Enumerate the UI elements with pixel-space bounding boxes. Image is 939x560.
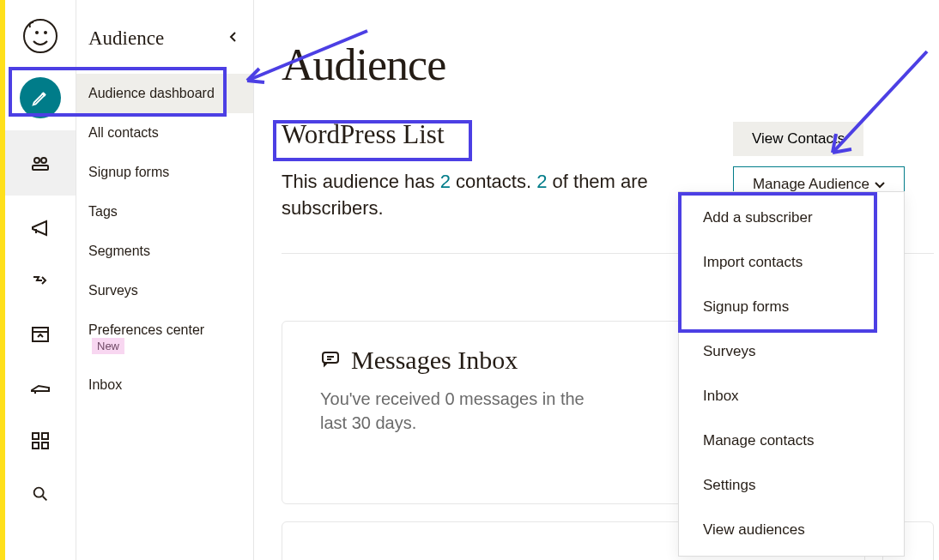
page-title: Audience bbox=[282, 39, 939, 90]
subscribers-count: 2 bbox=[536, 171, 547, 192]
primary-nav-rail bbox=[5, 0, 76, 560]
audience-summary: This audience has 2 contacts. 2 of them … bbox=[282, 169, 651, 222]
inbox-body: You've received 0 messages in the last 3… bbox=[320, 387, 595, 435]
button-label: Manage Audience bbox=[753, 176, 869, 193]
svg-point-1 bbox=[35, 31, 39, 34]
manage-audience-dropdown: Add a subscriber Import contacts Signup … bbox=[678, 191, 905, 557]
subnav-item-label: Preferences center bbox=[88, 322, 204, 337]
svg-point-4 bbox=[41, 158, 46, 163]
svg-rect-5 bbox=[33, 166, 48, 170]
dd-view-audiences[interactable]: View audiences bbox=[679, 508, 904, 552]
contacts-count: 2 bbox=[440, 171, 451, 192]
nav-website-icon[interactable] bbox=[20, 314, 61, 355]
svg-rect-10 bbox=[42, 443, 48, 449]
subnav-segments[interactable]: Segments bbox=[76, 232, 253, 271]
subnav-signup-forms[interactable]: Signup forms bbox=[76, 153, 253, 192]
dd-add-subscriber[interactable]: Add a subscriber bbox=[679, 196, 904, 240]
nav-campaigns-icon[interactable] bbox=[20, 208, 61, 249]
svg-point-11 bbox=[34, 488, 44, 497]
svg-rect-8 bbox=[42, 433, 48, 439]
subnav-title: Audience bbox=[88, 27, 164, 50]
subnav-surveys[interactable]: Surveys bbox=[76, 271, 253, 310]
chevron-down-icon bbox=[875, 176, 885, 193]
inbox-title: Messages Inbox bbox=[351, 346, 518, 375]
svg-point-3 bbox=[34, 158, 39, 163]
subnav-all-contacts[interactable]: All contacts bbox=[76, 113, 253, 153]
nav-audience-wrapper bbox=[5, 130, 76, 196]
nav-automations-icon[interactable] bbox=[20, 261, 61, 302]
summary-text: This audience has bbox=[282, 171, 440, 192]
nav-integrations-icon[interactable] bbox=[20, 420, 61, 461]
collapse-icon[interactable] bbox=[229, 31, 238, 46]
svg-rect-9 bbox=[33, 443, 39, 449]
new-badge: New bbox=[92, 338, 124, 354]
nav-search-icon[interactable] bbox=[20, 473, 61, 515]
nav-audience-icon[interactable] bbox=[20, 142, 61, 184]
subnav-audience-dashboard[interactable]: Audience dashboard bbox=[76, 74, 253, 113]
svg-rect-7 bbox=[33, 433, 39, 439]
subnav-inbox[interactable]: Inbox bbox=[76, 365, 253, 405]
nav-create-icon[interactable] bbox=[20, 77, 61, 118]
dd-settings[interactable]: Settings bbox=[679, 463, 904, 508]
action-buttons: View Contacts Manage Audience bbox=[733, 122, 905, 202]
dd-inbox[interactable]: Inbox bbox=[679, 374, 904, 418]
nav-content-icon[interactable] bbox=[20, 367, 61, 408]
inbox-icon bbox=[320, 346, 341, 375]
subnav-preferences-center[interactable]: Preferences center New bbox=[76, 310, 253, 365]
mailchimp-logo[interactable] bbox=[23, 19, 58, 53]
dd-manage-contacts[interactable]: Manage contacts bbox=[679, 418, 904, 463]
svg-point-2 bbox=[44, 31, 47, 34]
dd-surveys[interactable]: Surveys bbox=[679, 329, 904, 374]
audience-subnav: Audience Audience dashboard All contacts… bbox=[76, 0, 254, 560]
dd-import-contacts[interactable]: Import contacts bbox=[679, 240, 904, 285]
dd-signup-forms[interactable]: Signup forms bbox=[679, 285, 904, 329]
subnav-tags[interactable]: Tags bbox=[76, 192, 253, 232]
summary-text: contacts. bbox=[451, 171, 536, 192]
view-contacts-button[interactable]: View Contacts bbox=[733, 122, 863, 156]
